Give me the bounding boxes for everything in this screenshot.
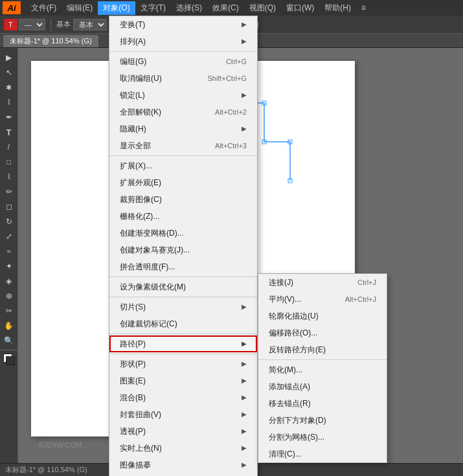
path-average[interactable]: 平均(V)... Alt+Ctrl+J [258, 291, 387, 308]
menu-lock[interactable]: 锁定(L) ▶ [109, 87, 257, 104]
menu-creategradmesh[interactable]: 创建渐变网格(D)... [109, 225, 257, 242]
tool-warp[interactable]: ≈ [2, 244, 16, 258]
toolbar-group-label: 基本 [56, 19, 71, 29]
path-addanchor[interactable]: 添加锚点(A) [258, 378, 387, 395]
menu-livecolor[interactable]: 实时上色(N) ▶ [109, 440, 257, 457]
menu-path[interactable]: 路径(P) ▶ [109, 335, 257, 352]
tool-sep [0, 350, 17, 350]
tool-blend[interactable]: ⊕ [2, 289, 16, 303]
tool-gradient[interactable]: ◈ [2, 274, 16, 288]
menu-object-dropdown[interactable]: 变换(T) ▶ 排列(A) ▶ 编组(G) Ctrl+G 取消编组(U) Shi… [109, 16, 258, 476]
tool-line[interactable]: / [2, 140, 16, 154]
menu-envelope[interactable]: 封套扭曲(V) ▶ [109, 406, 257, 423]
menu-help[interactable]: 帮助(H) [319, 1, 356, 15]
tool-zoom[interactable]: 🔍 [2, 334, 16, 348]
menu-shape[interactable]: 形状(P) ▶ [109, 356, 257, 372]
menu-expand[interactable]: 扩展(X)... [109, 157, 257, 174]
menu-pattern[interactable]: 图案(E) ▶ [109, 372, 257, 389]
menu-ungroup[interactable]: 取消编组(U) Shift+Ctrl+G [109, 70, 257, 87]
watermark: RJZXW.COM [39, 441, 82, 449]
menu-sep-4 [109, 297, 257, 297]
tool-rect[interactable]: □ [2, 155, 16, 169]
tool-pencil[interactable]: ✏ [2, 185, 16, 199]
path-offsetpath[interactable]: 偏移路径(O)... [258, 324, 387, 341]
menu-blend[interactable]: 混合(B) ▶ [109, 389, 257, 406]
path-outlinestroke[interactable]: 轮廓化描边(U) [258, 308, 387, 324]
menu-imagetrace[interactable]: 图像描摹 ▶ [109, 457, 257, 473]
tool-eyedropper[interactable]: ✦ [2, 259, 16, 273]
menu-file[interactable]: 文件(F) [26, 1, 62, 15]
left-toolbar: ▶ ↖ ✱ ⌇ ✒ T / □ ⌇ ✏ ◻ ↻ ⤢ ≈ ✦ ◈ ⊕ ✂ ✋ 🔍 [0, 48, 18, 463]
menu-showall[interactable]: 显示全部 Alt+Ctrl+3 [109, 137, 257, 154]
path-dividegrid[interactable]: 分割为网格(S)... [258, 429, 387, 446]
toolbar-sep-1 [51, 18, 51, 31]
menu-rasterize[interactable]: 栅格化(Z)... [109, 208, 257, 225]
menu-perspective[interactable]: 透视(P) ▶ [109, 423, 257, 440]
menu-slice[interactable]: 切片(S) ▶ [109, 299, 257, 315]
menu-view[interactable]: 视图(Q) [244, 1, 281, 15]
menu-sep-6 [109, 354, 257, 354]
tool-paintbrush[interactable]: ⌇ [2, 170, 16, 184]
tool-magic-wand[interactable]: ✱ [2, 80, 16, 95]
menu-sep-2 [109, 155, 257, 156]
tool-select[interactable]: ▶ [2, 51, 16, 65]
menu-sep-5 [109, 334, 257, 334]
menu-effect[interactable]: 效果(C) [207, 1, 244, 15]
tool-hand[interactable]: ✋ [2, 319, 16, 333]
tool-scale[interactable]: ⤢ [2, 229, 16, 244]
menu-edit[interactable]: 编辑(E) [62, 1, 98, 15]
menu-hide[interactable]: 隐藏(H) ▶ [109, 120, 257, 137]
path-simplify[interactable]: 简化(M)... [258, 361, 387, 378]
tool-rotate[interactable]: ↻ [2, 214, 16, 229]
tool-lasso[interactable]: ⌇ [2, 95, 16, 109]
menu-flattentransparency[interactable]: 拼合透明度(F)... [109, 258, 257, 275]
menu-transform[interactable]: 变换(T) ▶ [109, 16, 257, 33]
menu-unlockall[interactable]: 全部解锁(K) Alt+Ctrl+2 [109, 104, 257, 120]
toolbar-group-select[interactable]: 基本 [73, 19, 107, 30]
path-sep-1 [258, 359, 387, 360]
menu-textwrap[interactable]: 文本绕排(W) ▶ [109, 473, 257, 476]
tool-text[interactable]: T [2, 125, 16, 139]
path-join[interactable]: 连接(J) Ctrl+J [258, 274, 387, 291]
tool-pen[interactable]: ✒ [2, 110, 16, 124]
menu-cropimage[interactable]: 裁剪图像(C) [109, 191, 257, 208]
menu-createobjectmosaic[interactable]: 创建对象马赛克(J)... [109, 242, 257, 258]
tab-main[interactable]: 未标题-1* @ 110.54% (G) [3, 34, 99, 47]
transform-btn[interactable]: T [4, 19, 17, 30]
menu-path-submenu[interactable]: 连接(J) Ctrl+J 平均(V)... Alt+Ctrl+J 轮廓化描边(U… [258, 273, 387, 463]
menu-createslice[interactable]: 创建裁切标记(C) [109, 315, 257, 332]
tool-fill[interactable] [2, 352, 16, 367]
menu-sep-1 [109, 51, 257, 52]
path-removeanchor[interactable]: 移去锚点(R) [258, 395, 387, 412]
menu-sep-3 [109, 277, 257, 277]
menu-expandappearance[interactable]: 扩展外观(E) [109, 174, 257, 191]
menu-extra[interactable]: ≡ [356, 2, 371, 14]
tool-direct-select[interactable]: ↖ [2, 65, 16, 80]
menu-object[interactable]: 对象(O) [98, 1, 135, 15]
mode-select[interactable]: — [19, 19, 45, 30]
menu-text[interactable]: 文字(T) [135, 1, 171, 15]
menu-arrange[interactable]: 排列(A) ▶ [109, 33, 257, 50]
path-dividelower[interactable]: 分割下方对象(D) [258, 412, 387, 429]
ai-logo: Ai [3, 1, 21, 14]
path-reversepath[interactable]: 反转路径方向(E) [258, 341, 387, 358]
menu-window[interactable]: 窗口(W) [281, 1, 319, 15]
menu-group[interactable]: 编组(G) Ctrl+G [109, 53, 257, 70]
status-text: 未标题-1* @ 110.54% (G) [5, 465, 87, 475]
title-bar: Ai 文件(F) 编辑(E) 对象(O) 文字(T) 选择(S) 效果(C) 视… [0, 0, 463, 16]
tool-scissors[interactable]: ✂ [2, 304, 16, 318]
toolbar-left-group: T — [4, 19, 45, 30]
menu-select[interactable]: 选择(S) [171, 1, 207, 15]
menu-pixelperfect[interactable]: 设为像素级优化(M) [109, 278, 257, 295]
tool-eraser[interactable]: ◻ [2, 199, 16, 214]
path-clean[interactable]: 清理(C)... [258, 446, 387, 462]
